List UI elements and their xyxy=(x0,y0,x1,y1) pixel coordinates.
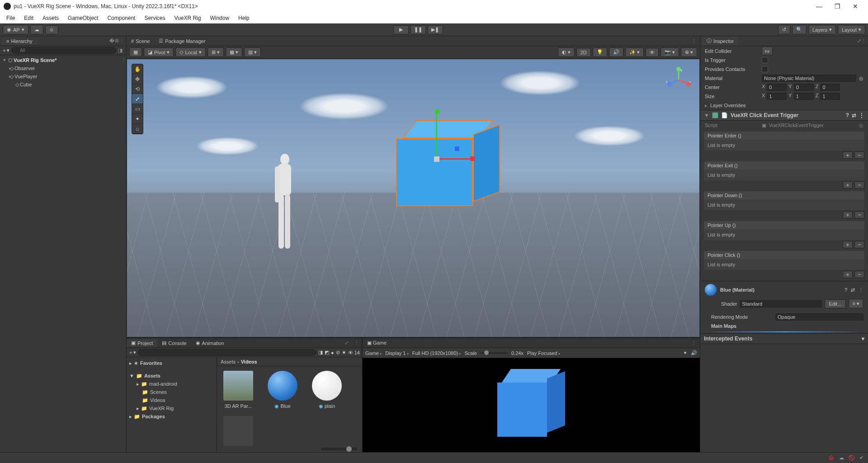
inspector-lock-icon[interactable]: ⤢ xyxy=(857,38,861,44)
status-icon-3[interactable]: 🚫 xyxy=(849,455,855,461)
physic-material-field[interactable] xyxy=(762,75,856,82)
account-dropdown[interactable]: ◉ AP ▾ xyxy=(3,25,28,34)
game-mode-dropdown[interactable]: Game xyxy=(365,350,382,356)
transform-tool[interactable]: ✦ xyxy=(132,114,143,124)
asset-blue[interactable]: ◉ Blue xyxy=(266,371,299,409)
filter-type-icon[interactable]: ◩ xyxy=(325,350,329,355)
game-tab-menu-icon[interactable]: ⋮ xyxy=(688,340,700,346)
is-trigger-checkbox[interactable] xyxy=(762,57,768,63)
hierarchy-tab[interactable]: ≡ Hierarchy xyxy=(2,38,37,45)
game-tab[interactable]: ▣ Game xyxy=(363,339,391,347)
resolution-dropdown[interactable]: Full HD (1920x1080) xyxy=(412,350,461,356)
edit-collider-button[interactable]: ᔓ xyxy=(762,47,773,55)
asset-empty[interactable] xyxy=(222,416,255,449)
package-manager-tab[interactable]: ☰ Package Manager xyxy=(154,37,210,45)
asset-plain[interactable]: ◉ plain xyxy=(310,371,344,409)
event-3-remove-button[interactable]: − xyxy=(854,241,864,248)
component-header[interactable]: ▼📄 VueXR Click Event Trigger ? ⇄ ⋮ xyxy=(700,110,868,121)
thumbnail-size-slider[interactable] xyxy=(321,448,357,450)
center-x-input[interactable] xyxy=(767,84,787,91)
asset-3d-ar-par[interactable]: 3D AR Par... xyxy=(222,371,255,409)
event-4-add-button[interactable]: ＋ xyxy=(843,271,853,278)
folder-mad-android[interactable]: ▸ 📁 mad-android xyxy=(127,380,217,388)
hierarchy-item-cube[interactable]: ◇Cube xyxy=(0,80,126,89)
filter-label-icon[interactable]: ● xyxy=(331,350,334,355)
cloud-button[interactable]: ☁ xyxy=(30,25,43,34)
menu-gameobject[interactable]: GameObject xyxy=(63,13,103,24)
menu-edit[interactable]: Edit xyxy=(19,13,38,24)
pivot-dropdown[interactable]: ◪ Pivot ▾ xyxy=(144,47,174,57)
camera-settings-button[interactable]: 📷 ▾ xyxy=(660,47,679,57)
packages-node[interactable]: ▸ 📁 Packages xyxy=(127,412,217,420)
search-button[interactable]: 🔍 xyxy=(792,25,807,34)
snap-increment-button[interactable]: ▦ ▾ xyxy=(226,47,242,57)
2d-toggle[interactable]: 2D xyxy=(576,48,591,57)
event-4-remove-button[interactable]: − xyxy=(854,271,864,278)
hierarchy-search-input[interactable] xyxy=(11,47,116,54)
orientation-gizmo[interactable]: y x z xyxy=(665,66,692,94)
undo-history-button[interactable]: ↺ xyxy=(778,25,790,34)
inspector-tab[interactable]: ⓘ Inspector xyxy=(702,37,738,45)
status-icon-1[interactable]: 🐞 xyxy=(828,455,835,461)
rect-tool[interactable]: ▭ xyxy=(132,104,143,114)
size-x-input[interactable] xyxy=(767,93,787,100)
event-2-add-button[interactable]: ＋ xyxy=(843,211,853,218)
play-focused-dropdown[interactable]: Play Focused xyxy=(527,350,560,356)
event-0-add-button[interactable]: ＋ xyxy=(843,151,853,159)
menu-window[interactable]: Window xyxy=(205,13,234,24)
hierarchy-lock-icon[interactable]: �류 xyxy=(109,38,119,44)
scale-slider[interactable] xyxy=(481,352,508,354)
mute-audio-icon[interactable]: 🔊 xyxy=(691,350,697,356)
gizmos-dropdown[interactable]: ⊕ ▾ xyxy=(681,47,697,57)
scene-view[interactable]: ✋ ✥ ⟲ ⤢ ▭ ✦ ⌂ y x z xyxy=(127,59,700,337)
breadcrumb[interactable]: Assets › Videos xyxy=(217,357,362,366)
project-tab[interactable]: ▣ Project xyxy=(127,339,157,347)
draw-mode-button[interactable]: ◐ ▾ xyxy=(558,47,575,57)
material-picker-icon[interactable]: ◎ xyxy=(859,76,863,81)
menu-help[interactable]: Help xyxy=(234,13,254,24)
filter-fav-icon[interactable]: ★ xyxy=(342,350,346,355)
event-1-remove-button[interactable]: − xyxy=(854,181,864,189)
inspector-menu-icon[interactable]: ⋮ xyxy=(861,38,866,44)
preset-icon[interactable]: ⇄ xyxy=(852,112,856,118)
lighting-toggle[interactable]: 💡 xyxy=(593,47,607,57)
favorites-node[interactable]: ▸ ★ Favorites xyxy=(127,359,217,367)
hierarchy-item-observer[interactable]: ▸◇Observer xyxy=(0,64,126,72)
close-button[interactable]: ✕ xyxy=(846,0,864,13)
filter-scene-icon[interactable]: ◨ xyxy=(318,350,323,355)
pause-button[interactable]: ❚❚ xyxy=(410,25,426,34)
menu-assets[interactable]: Assets xyxy=(38,13,63,24)
scene-tab-menu-icon[interactable]: ⋮ xyxy=(688,38,700,44)
snap-settings-button[interactable]: ▥ ▾ xyxy=(244,47,261,57)
hierarchy-add-button[interactable]: ＋▾ xyxy=(2,47,9,54)
material-preset-icon[interactable]: ⇄ xyxy=(851,287,855,293)
scene-tab[interactable]: # Scene xyxy=(127,38,154,45)
size-y-input[interactable] xyxy=(794,93,814,100)
menu-file[interactable]: File xyxy=(2,13,19,24)
event-0-remove-button[interactable]: − xyxy=(854,151,864,159)
menu-services[interactable]: Services xyxy=(140,13,170,24)
folder-videos[interactable]: 📁 Videos xyxy=(127,396,217,404)
project-menu-icon[interactable]: ⋮ xyxy=(351,340,362,346)
project-lock-icon[interactable]: ⤢ xyxy=(342,340,351,346)
services-button[interactable]: ⛭ xyxy=(45,25,58,34)
event-3-add-button[interactable]: ＋ xyxy=(843,241,853,248)
edit-shader-button[interactable]: Edit... xyxy=(825,299,845,308)
component-menu-icon[interactable]: ⋮ xyxy=(859,112,864,118)
folder-scenes[interactable]: 📁 Scenes xyxy=(127,388,217,396)
script-picker-icon[interactable]: ◎ xyxy=(859,123,863,128)
visibility-toggle[interactable]: 👁 xyxy=(646,48,659,57)
minimize-button[interactable]: — xyxy=(810,0,828,13)
assets-node[interactable]: ▼ 📁 Assets xyxy=(127,372,217,380)
project-add-button[interactable]: ＋▾ xyxy=(128,349,136,356)
status-icon-4[interactable]: ✔ xyxy=(859,455,863,461)
size-z-input[interactable] xyxy=(820,93,840,100)
scale-tool[interactable]: ⤢ xyxy=(132,94,143,104)
game-view[interactable] xyxy=(363,358,700,452)
custom-tool[interactable]: ⌂ xyxy=(132,124,143,134)
display-dropdown[interactable]: Display 1 xyxy=(385,350,408,356)
fx-toggle[interactable]: ✨ ▾ xyxy=(625,47,644,57)
event-1-add-button[interactable]: ＋ xyxy=(843,181,853,189)
toolbar-menu-icon[interactable]: ▦ xyxy=(129,47,142,57)
filter-error-icon[interactable]: ⊘ xyxy=(336,350,340,355)
